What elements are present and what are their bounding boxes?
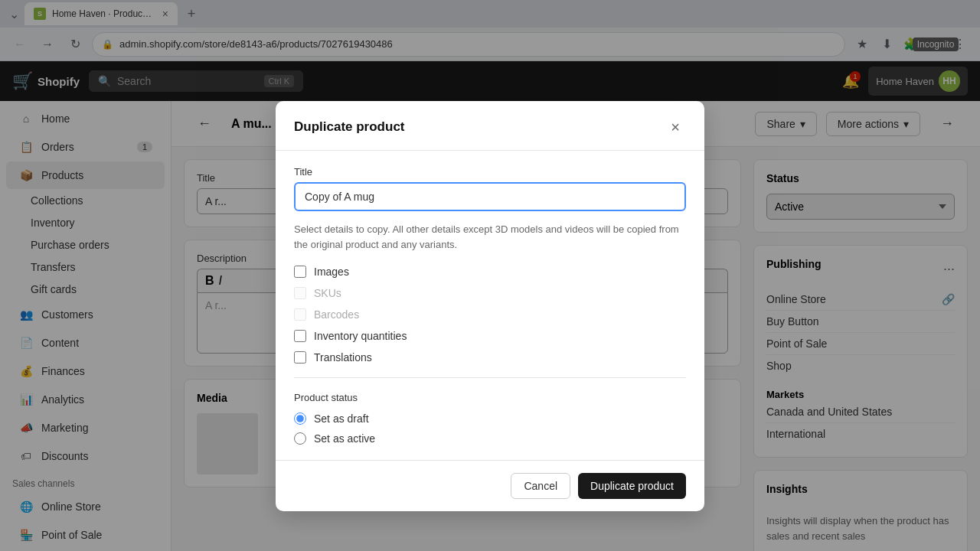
duplicate-product-modal: Duplicate product × Title Select details… [276, 101, 704, 511]
modal-header: Duplicate product × [276, 101, 704, 151]
barcodes-checkbox[interactable] [294, 308, 306, 321]
duplicate-product-button[interactable]: Duplicate product [578, 473, 686, 499]
radio-set-as-active[interactable]: Set as active [294, 432, 686, 445]
radio-group: Set as draft Set as active [294, 412, 686, 445]
modal-body: Title Select details to copy. All other … [276, 151, 704, 460]
cancel-button[interactable]: Cancel [511, 473, 570, 499]
product-status-section: Product status Set as draft Set as activ… [294, 392, 686, 445]
checkbox-images[interactable]: Images [294, 266, 686, 278]
checkbox-translations[interactable]: Translations [294, 351, 686, 364]
modal-title-input[interactable] [294, 182, 686, 211]
translations-checkbox[interactable] [294, 351, 306, 364]
inventory-quantities-label: Inventory quantities [314, 330, 407, 342]
translations-label: Translations [314, 351, 372, 364]
draft-label: Set as draft [314, 412, 369, 425]
skus-checkbox[interactable] [294, 287, 306, 299]
checkbox-skus[interactable]: SKUs [294, 287, 686, 299]
checkbox-inventory-quantities[interactable]: Inventory quantities [294, 330, 686, 342]
modal-title: Duplicate product [294, 119, 405, 135]
modal-overlay[interactable]: Duplicate product × Title Select details… [0, 0, 980, 551]
radio-set-as-draft[interactable]: Set as draft [294, 412, 686, 425]
title-field-label-modal: Title [294, 166, 686, 178]
images-label: Images [314, 266, 349, 278]
section-divider [294, 377, 686, 378]
product-status-label: Product status [294, 392, 686, 403]
modal-footer: Cancel Duplicate product [276, 460, 704, 511]
modal-close-btn[interactable]: × [665, 116, 686, 138]
active-label: Set as active [314, 432, 375, 445]
barcodes-label: Barcodes [314, 308, 359, 321]
active-radio[interactable] [294, 432, 306, 445]
checkbox-group: Images SKUs Barcodes Inventory quantitie… [294, 266, 686, 364]
images-checkbox[interactable] [294, 266, 306, 278]
inventory-quantities-checkbox[interactable] [294, 330, 306, 342]
draft-radio[interactable] [294, 412, 306, 425]
modal-hint: Select details to copy. All other detail… [294, 222, 686, 252]
skus-label: SKUs [314, 287, 341, 299]
checkbox-barcodes[interactable]: Barcodes [294, 308, 686, 321]
